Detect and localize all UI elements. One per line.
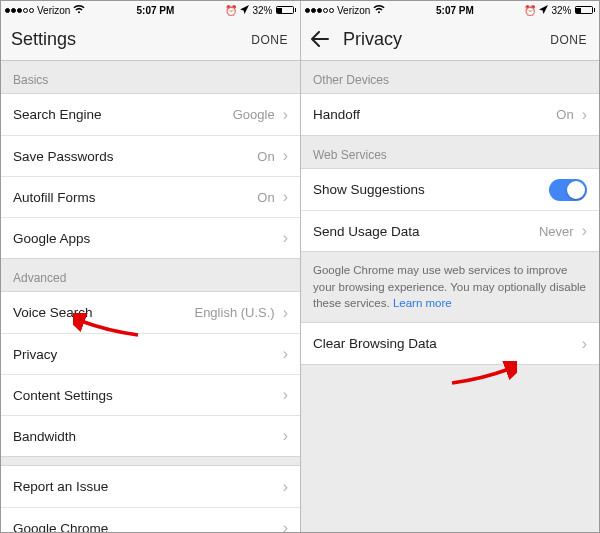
settings-content: Basics Search Engine Google › Save Passw… [1,61,300,532]
chevron-right-icon: › [283,305,288,321]
row-handoff[interactable]: Handoff On › [301,94,599,135]
done-button[interactable]: DONE [251,33,288,47]
chevron-right-icon: › [283,428,288,444]
wifi-icon [73,5,85,16]
phone-privacy: Verizon 5:07 PM ⏰ 32% Privacy DONE Other… [300,1,599,532]
row-privacy[interactable]: Privacy › [1,333,300,374]
row-report-issue[interactable]: Report an Issue › [1,466,300,507]
row-voice-search[interactable]: Voice Search English (U.S.) › [1,292,300,333]
page-title: Privacy [343,29,402,50]
chevron-right-icon: › [283,107,288,123]
header-privacy: Privacy DONE [301,19,599,61]
battery-label: 32% [551,5,571,16]
row-label: Search Engine [13,107,233,122]
row-value: On [257,149,274,164]
annotation-arrow-icon [447,361,517,391]
row-search-engine[interactable]: Search Engine Google › [1,94,300,135]
privacy-content: Other Devices Handoff On › Web Services … [301,61,599,532]
section-advanced: Advanced [1,259,300,291]
chevron-right-icon: › [582,107,587,123]
learn-more-link[interactable]: Learn more [393,297,452,309]
row-label: Content Settings [13,388,283,403]
row-label: Privacy [13,347,283,362]
row-label: Save Passwords [13,149,257,164]
carrier-label: Verizon [337,5,370,16]
alarm-icon: ⏰ [225,5,237,16]
status-bar: Verizon 5:07 PM ⏰ 32% [1,1,300,19]
status-time: 5:07 PM [85,5,225,16]
back-button[interactable] [311,30,329,50]
row-label: Voice Search [13,305,194,320]
row-content-settings[interactable]: Content Settings › [1,374,300,415]
row-value: Google [233,107,275,122]
wifi-icon [373,5,385,16]
row-clear-browsing-data[interactable]: Clear Browsing Data › [301,323,599,364]
row-label: Report an Issue [13,479,283,494]
chevron-right-icon: › [283,230,288,246]
chevron-right-icon: › [283,520,288,532]
alarm-icon: ⏰ [524,5,536,16]
section-other-devices: Other Devices [301,61,599,93]
row-google-apps[interactable]: Google Apps › [1,217,300,258]
row-save-passwords[interactable]: Save Passwords On › [1,135,300,176]
location-icon [539,5,548,16]
row-send-usage-data[interactable]: Send Usage Data Never › [301,210,599,251]
row-value: On [556,107,573,122]
carrier-label: Verizon [37,5,70,16]
battery-icon [575,6,596,14]
row-label: Autofill Forms [13,190,257,205]
chevron-right-icon: › [283,479,288,495]
row-label: Show Suggestions [313,182,549,197]
status-time: 5:07 PM [385,5,524,16]
web-services-note: Google Chrome may use web services to im… [301,252,599,322]
row-autofill-forms[interactable]: Autofill Forms On › [1,176,300,217]
row-label: Send Usage Data [313,224,539,239]
battery-label: 32% [252,5,272,16]
row-value: On [257,190,274,205]
section-web-services: Web Services [301,136,599,168]
row-value: Never [539,224,574,239]
row-label: Google Chrome [13,521,283,533]
row-label: Handoff [313,107,556,122]
signal-dots-icon [305,8,334,13]
row-bandwidth[interactable]: Bandwidth › [1,415,300,456]
status-bar: Verizon 5:07 PM ⏰ 32% [301,1,599,19]
phone-settings: Verizon 5:07 PM ⏰ 32% Settings DONE Basi… [1,1,300,532]
row-google-chrome[interactable]: Google Chrome › [1,507,300,532]
chevron-right-icon: › [582,336,587,352]
done-button[interactable]: DONE [550,33,587,47]
chevron-right-icon: › [283,346,288,362]
chevron-right-icon: › [283,189,288,205]
row-show-suggestions[interactable]: Show Suggestions [301,169,599,210]
row-label: Clear Browsing Data [313,336,582,351]
chevron-right-icon: › [283,387,288,403]
page-title: Settings [11,29,76,50]
row-value: English (U.S.) [194,305,274,320]
signal-dots-icon [5,8,34,13]
chevron-right-icon: › [283,148,288,164]
chevron-right-icon: › [582,223,587,239]
battery-icon [276,6,297,14]
header-settings: Settings DONE [1,19,300,61]
row-label: Bandwidth [13,429,283,444]
location-icon [240,5,249,16]
section-basics: Basics [1,61,300,93]
row-label: Google Apps [13,231,283,246]
toggle-on-icon[interactable] [549,179,587,201]
